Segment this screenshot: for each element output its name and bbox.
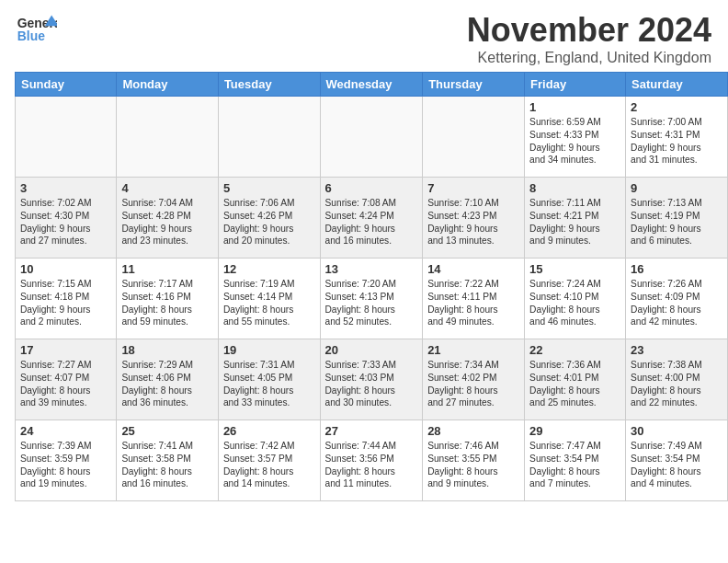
day-info: Sunrise: 7:42 AMSunset: 3:57 PMDaylight:… [223,440,315,490]
day-number: 12 [223,262,315,276]
main-title: November 2024 [467,11,711,50]
table-row: 4Sunrise: 7:04 AMSunset: 4:28 PMDaylight… [117,178,219,259]
calendar-week-4: 24Sunrise: 7:39 AMSunset: 3:59 PMDayligh… [16,420,728,501]
day-number: 16 [631,262,722,276]
day-info: Sunrise: 7:44 AMSunset: 3:56 PMDaylight:… [325,440,418,490]
day-info: Sunrise: 7:00 AMSunset: 4:31 PMDaylight:… [631,116,722,167]
day-info: Sunrise: 7:24 AMSunset: 4:10 PMDaylight:… [529,278,620,328]
day-number: 23 [631,343,722,357]
table-row [320,97,423,178]
table-row: 15Sunrise: 7:24 AMSunset: 4:10 PMDayligh… [525,259,626,339]
col-tuesday: Tuesday [218,73,320,97]
day-number: 21 [427,343,519,357]
day-number: 17 [20,343,111,357]
day-number: 30 [631,424,722,438]
day-number: 11 [121,262,213,276]
col-saturday: Saturday [626,73,728,97]
day-number: 1 [529,100,620,114]
day-number: 2 [631,100,722,114]
table-row: 21Sunrise: 7:34 AMSunset: 4:02 PMDayligh… [423,339,525,420]
day-number: 8 [529,181,620,195]
day-number: 9 [631,181,722,195]
day-info: Sunrise: 7:02 AMSunset: 4:30 PMDaylight:… [20,197,111,247]
day-info: Sunrise: 7:15 AMSunset: 4:18 PMDaylight:… [20,278,111,328]
table-row: 10Sunrise: 7:15 AMSunset: 4:18 PMDayligh… [16,259,117,339]
day-number: 13 [325,262,418,276]
day-number: 7 [427,181,519,195]
day-info: Sunrise: 7:36 AMSunset: 4:01 PMDaylight:… [529,359,620,409]
day-number: 15 [529,262,620,276]
table-row: 23Sunrise: 7:38 AMSunset: 4:00 PMDayligh… [626,339,728,420]
day-info: Sunrise: 7:38 AMSunset: 4:00 PMDaylight:… [631,359,722,409]
col-wednesday: Wednesday [320,73,423,97]
page-header: General Blue November 2024 Kettering, En… [0,0,728,72]
table-row: 27Sunrise: 7:44 AMSunset: 3:56 PMDayligh… [320,420,423,501]
table-row: 2Sunrise: 7:00 AMSunset: 4:31 PMDaylight… [626,97,728,178]
day-number: 29 [529,424,620,438]
day-info: Sunrise: 7:19 AMSunset: 4:14 PMDaylight:… [223,278,315,328]
day-info: Sunrise: 7:20 AMSunset: 4:13 PMDaylight:… [325,278,418,328]
table-row: 29Sunrise: 7:47 AMSunset: 3:54 PMDayligh… [525,420,626,501]
table-row: 24Sunrise: 7:39 AMSunset: 3:59 PMDayligh… [16,420,117,501]
logo-svg: General Blue [17,11,57,52]
table-row [218,97,320,178]
day-number: 6 [325,181,418,195]
table-row: 14Sunrise: 7:22 AMSunset: 4:11 PMDayligh… [423,259,525,339]
day-number: 4 [121,181,213,195]
table-row: 13Sunrise: 7:20 AMSunset: 4:13 PMDayligh… [320,259,423,339]
table-row: 3Sunrise: 7:02 AMSunset: 4:30 PMDaylight… [16,178,117,259]
day-number: 10 [20,262,111,276]
table-row: 25Sunrise: 7:41 AMSunset: 3:58 PMDayligh… [117,420,219,501]
table-row: 30Sunrise: 7:49 AMSunset: 3:54 PMDayligh… [626,420,728,501]
table-row: 8Sunrise: 7:11 AMSunset: 4:21 PMDaylight… [525,178,626,259]
table-row: 28Sunrise: 7:46 AMSunset: 3:55 PMDayligh… [423,420,525,501]
day-info: Sunrise: 7:29 AMSunset: 4:06 PMDaylight:… [121,359,213,409]
day-info: Sunrise: 7:04 AMSunset: 4:28 PMDaylight:… [121,197,213,247]
table-row: 20Sunrise: 7:33 AMSunset: 4:03 PMDayligh… [320,339,423,420]
table-row: 11Sunrise: 7:17 AMSunset: 4:16 PMDayligh… [117,259,219,339]
day-number: 27 [325,424,418,438]
table-row: 12Sunrise: 7:19 AMSunset: 4:14 PMDayligh… [218,259,320,339]
day-info: Sunrise: 7:17 AMSunset: 4:16 PMDaylight:… [121,278,213,328]
title-block: November 2024 Kettering, England, United… [467,11,711,66]
day-number: 25 [121,424,213,438]
table-row [423,97,525,178]
day-number: 18 [121,343,213,357]
day-number: 20 [325,343,418,357]
subtitle: Kettering, England, United Kingdom [467,50,711,66]
col-thursday: Thursday [423,73,525,97]
table-row: 7Sunrise: 7:10 AMSunset: 4:23 PMDaylight… [423,178,525,259]
day-info: Sunrise: 7:34 AMSunset: 4:02 PMDaylight:… [427,359,519,409]
day-info: Sunrise: 7:13 AMSunset: 4:19 PMDaylight:… [631,197,722,247]
calendar-wrapper: Sunday Monday Tuesday Wednesday Thursday… [0,72,728,501]
calendar-table: Sunday Monday Tuesday Wednesday Thursday… [15,72,728,501]
day-info: Sunrise: 7:39 AMSunset: 3:59 PMDaylight:… [20,440,111,490]
day-number: 28 [427,424,519,438]
col-sunday: Sunday [16,73,117,97]
table-row [16,97,117,178]
day-number: 24 [20,424,111,438]
table-row: 19Sunrise: 7:31 AMSunset: 4:05 PMDayligh… [218,339,320,420]
day-info: Sunrise: 7:10 AMSunset: 4:23 PMDaylight:… [427,197,519,247]
table-row: 17Sunrise: 7:27 AMSunset: 4:07 PMDayligh… [16,339,117,420]
day-info: Sunrise: 7:27 AMSunset: 4:07 PMDaylight:… [20,359,111,409]
table-row: 9Sunrise: 7:13 AMSunset: 4:19 PMDaylight… [626,178,728,259]
day-info: Sunrise: 7:33 AMSunset: 4:03 PMDaylight:… [325,359,418,409]
logo: General Blue [17,11,57,52]
svg-text:Blue: Blue [17,29,45,43]
day-info: Sunrise: 7:11 AMSunset: 4:21 PMDaylight:… [529,197,620,247]
table-row: 26Sunrise: 7:42 AMSunset: 3:57 PMDayligh… [218,420,320,501]
table-row: 22Sunrise: 7:36 AMSunset: 4:01 PMDayligh… [525,339,626,420]
day-number: 14 [427,262,519,276]
day-number: 22 [529,343,620,357]
day-info: Sunrise: 6:59 AMSunset: 4:33 PMDaylight:… [529,116,620,167]
day-info: Sunrise: 7:46 AMSunset: 3:55 PMDaylight:… [427,440,519,490]
day-info: Sunrise: 7:22 AMSunset: 4:11 PMDaylight:… [427,278,519,328]
day-info: Sunrise: 7:08 AMSunset: 4:24 PMDaylight:… [325,197,418,247]
day-info: Sunrise: 7:26 AMSunset: 4:09 PMDaylight:… [631,278,722,328]
calendar-week-1: 3Sunrise: 7:02 AMSunset: 4:30 PMDaylight… [16,178,728,259]
day-number: 19 [223,343,315,357]
day-info: Sunrise: 7:31 AMSunset: 4:05 PMDaylight:… [223,359,315,409]
day-number: 5 [223,181,315,195]
day-info: Sunrise: 7:41 AMSunset: 3:58 PMDaylight:… [121,440,213,490]
